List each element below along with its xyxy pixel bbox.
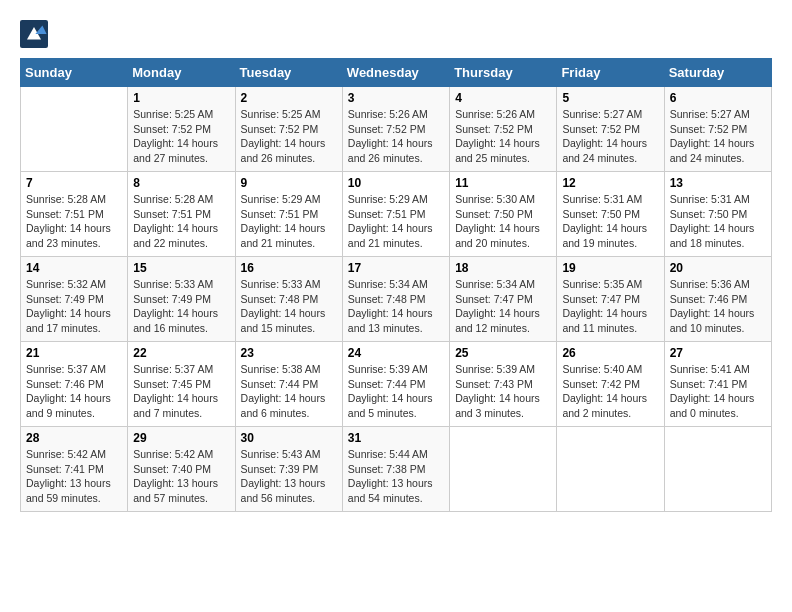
day-number: 22 — [133, 346, 229, 360]
calendar-week-row: 1Sunrise: 5:25 AM Sunset: 7:52 PM Daylig… — [21, 87, 772, 172]
day-info: Sunrise: 5:31 AM Sunset: 7:50 PM Dayligh… — [562, 192, 658, 251]
logo — [20, 20, 50, 48]
day-number: 5 — [562, 91, 658, 105]
calendar-cell — [450, 427, 557, 512]
weekday-header-tuesday: Tuesday — [235, 59, 342, 87]
calendar-cell — [21, 87, 128, 172]
day-number: 16 — [241, 261, 337, 275]
weekday-header-sunday: Sunday — [21, 59, 128, 87]
calendar-cell: 11Sunrise: 5:30 AM Sunset: 7:50 PM Dayli… — [450, 172, 557, 257]
day-info: Sunrise: 5:42 AM Sunset: 7:40 PM Dayligh… — [133, 447, 229, 506]
day-info: Sunrise: 5:27 AM Sunset: 7:52 PM Dayligh… — [562, 107, 658, 166]
calendar-cell: 22Sunrise: 5:37 AM Sunset: 7:45 PM Dayli… — [128, 342, 235, 427]
calendar-cell: 4Sunrise: 5:26 AM Sunset: 7:52 PM Daylig… — [450, 87, 557, 172]
calendar-cell: 3Sunrise: 5:26 AM Sunset: 7:52 PM Daylig… — [342, 87, 449, 172]
day-info: Sunrise: 5:29 AM Sunset: 7:51 PM Dayligh… — [241, 192, 337, 251]
calendar-cell: 15Sunrise: 5:33 AM Sunset: 7:49 PM Dayli… — [128, 257, 235, 342]
day-number: 11 — [455, 176, 551, 190]
day-info: Sunrise: 5:38 AM Sunset: 7:44 PM Dayligh… — [241, 362, 337, 421]
day-info: Sunrise: 5:37 AM Sunset: 7:46 PM Dayligh… — [26, 362, 122, 421]
day-number: 23 — [241, 346, 337, 360]
calendar-cell: 18Sunrise: 5:34 AM Sunset: 7:47 PM Dayli… — [450, 257, 557, 342]
day-number: 27 — [670, 346, 766, 360]
day-number: 8 — [133, 176, 229, 190]
calendar-cell: 6Sunrise: 5:27 AM Sunset: 7:52 PM Daylig… — [664, 87, 771, 172]
day-info: Sunrise: 5:43 AM Sunset: 7:39 PM Dayligh… — [241, 447, 337, 506]
day-info: Sunrise: 5:31 AM Sunset: 7:50 PM Dayligh… — [670, 192, 766, 251]
calendar-cell: 8Sunrise: 5:28 AM Sunset: 7:51 PM Daylig… — [128, 172, 235, 257]
calendar-cell: 10Sunrise: 5:29 AM Sunset: 7:51 PM Dayli… — [342, 172, 449, 257]
calendar-cell: 26Sunrise: 5:40 AM Sunset: 7:42 PM Dayli… — [557, 342, 664, 427]
day-info: Sunrise: 5:33 AM Sunset: 7:49 PM Dayligh… — [133, 277, 229, 336]
day-number: 20 — [670, 261, 766, 275]
day-number: 9 — [241, 176, 337, 190]
day-info: Sunrise: 5:36 AM Sunset: 7:46 PM Dayligh… — [670, 277, 766, 336]
calendar-cell: 12Sunrise: 5:31 AM Sunset: 7:50 PM Dayli… — [557, 172, 664, 257]
day-info: Sunrise: 5:40 AM Sunset: 7:42 PM Dayligh… — [562, 362, 658, 421]
calendar-week-row: 21Sunrise: 5:37 AM Sunset: 7:46 PM Dayli… — [21, 342, 772, 427]
weekday-header-monday: Monday — [128, 59, 235, 87]
day-number: 17 — [348, 261, 444, 275]
page-header — [20, 20, 772, 48]
day-info: Sunrise: 5:42 AM Sunset: 7:41 PM Dayligh… — [26, 447, 122, 506]
day-info: Sunrise: 5:28 AM Sunset: 7:51 PM Dayligh… — [133, 192, 229, 251]
day-number: 18 — [455, 261, 551, 275]
day-number: 29 — [133, 431, 229, 445]
day-number: 1 — [133, 91, 229, 105]
day-number: 14 — [26, 261, 122, 275]
calendar-cell: 5Sunrise: 5:27 AM Sunset: 7:52 PM Daylig… — [557, 87, 664, 172]
day-info: Sunrise: 5:30 AM Sunset: 7:50 PM Dayligh… — [455, 192, 551, 251]
day-info: Sunrise: 5:25 AM Sunset: 7:52 PM Dayligh… — [241, 107, 337, 166]
day-info: Sunrise: 5:26 AM Sunset: 7:52 PM Dayligh… — [348, 107, 444, 166]
day-number: 24 — [348, 346, 444, 360]
day-number: 25 — [455, 346, 551, 360]
day-info: Sunrise: 5:39 AM Sunset: 7:44 PM Dayligh… — [348, 362, 444, 421]
calendar-cell: 27Sunrise: 5:41 AM Sunset: 7:41 PM Dayli… — [664, 342, 771, 427]
weekday-header-row: SundayMondayTuesdayWednesdayThursdayFrid… — [21, 59, 772, 87]
day-info: Sunrise: 5:39 AM Sunset: 7:43 PM Dayligh… — [455, 362, 551, 421]
calendar-cell: 31Sunrise: 5:44 AM Sunset: 7:38 PM Dayli… — [342, 427, 449, 512]
day-info: Sunrise: 5:29 AM Sunset: 7:51 PM Dayligh… — [348, 192, 444, 251]
calendar-cell: 7Sunrise: 5:28 AM Sunset: 7:51 PM Daylig… — [21, 172, 128, 257]
day-info: Sunrise: 5:28 AM Sunset: 7:51 PM Dayligh… — [26, 192, 122, 251]
day-number: 13 — [670, 176, 766, 190]
day-info: Sunrise: 5:35 AM Sunset: 7:47 PM Dayligh… — [562, 277, 658, 336]
day-number: 6 — [670, 91, 766, 105]
calendar-cell: 14Sunrise: 5:32 AM Sunset: 7:49 PM Dayli… — [21, 257, 128, 342]
day-info: Sunrise: 5:41 AM Sunset: 7:41 PM Dayligh… — [670, 362, 766, 421]
calendar-cell — [664, 427, 771, 512]
day-number: 15 — [133, 261, 229, 275]
calendar-week-row: 28Sunrise: 5:42 AM Sunset: 7:41 PM Dayli… — [21, 427, 772, 512]
calendar-cell: 19Sunrise: 5:35 AM Sunset: 7:47 PM Dayli… — [557, 257, 664, 342]
day-info: Sunrise: 5:26 AM Sunset: 7:52 PM Dayligh… — [455, 107, 551, 166]
calendar-cell: 1Sunrise: 5:25 AM Sunset: 7:52 PM Daylig… — [128, 87, 235, 172]
calendar-week-row: 14Sunrise: 5:32 AM Sunset: 7:49 PM Dayli… — [21, 257, 772, 342]
day-info: Sunrise: 5:25 AM Sunset: 7:52 PM Dayligh… — [133, 107, 229, 166]
calendar-table: SundayMondayTuesdayWednesdayThursdayFrid… — [20, 58, 772, 512]
day-number: 26 — [562, 346, 658, 360]
day-info: Sunrise: 5:34 AM Sunset: 7:47 PM Dayligh… — [455, 277, 551, 336]
day-number: 10 — [348, 176, 444, 190]
calendar-cell: 25Sunrise: 5:39 AM Sunset: 7:43 PM Dayli… — [450, 342, 557, 427]
calendar-cell — [557, 427, 664, 512]
calendar-cell: 29Sunrise: 5:42 AM Sunset: 7:40 PM Dayli… — [128, 427, 235, 512]
calendar-cell: 21Sunrise: 5:37 AM Sunset: 7:46 PM Dayli… — [21, 342, 128, 427]
calendar-cell: 20Sunrise: 5:36 AM Sunset: 7:46 PM Dayli… — [664, 257, 771, 342]
weekday-header-wednesday: Wednesday — [342, 59, 449, 87]
day-number: 12 — [562, 176, 658, 190]
calendar-cell: 13Sunrise: 5:31 AM Sunset: 7:50 PM Dayli… — [664, 172, 771, 257]
weekday-header-saturday: Saturday — [664, 59, 771, 87]
day-number: 31 — [348, 431, 444, 445]
calendar-cell: 24Sunrise: 5:39 AM Sunset: 7:44 PM Dayli… — [342, 342, 449, 427]
logo-icon — [20, 20, 48, 48]
calendar-cell: 17Sunrise: 5:34 AM Sunset: 7:48 PM Dayli… — [342, 257, 449, 342]
day-number: 21 — [26, 346, 122, 360]
calendar-week-row: 7Sunrise: 5:28 AM Sunset: 7:51 PM Daylig… — [21, 172, 772, 257]
calendar-cell: 2Sunrise: 5:25 AM Sunset: 7:52 PM Daylig… — [235, 87, 342, 172]
day-number: 28 — [26, 431, 122, 445]
day-info: Sunrise: 5:34 AM Sunset: 7:48 PM Dayligh… — [348, 277, 444, 336]
day-info: Sunrise: 5:37 AM Sunset: 7:45 PM Dayligh… — [133, 362, 229, 421]
day-info: Sunrise: 5:32 AM Sunset: 7:49 PM Dayligh… — [26, 277, 122, 336]
calendar-cell: 28Sunrise: 5:42 AM Sunset: 7:41 PM Dayli… — [21, 427, 128, 512]
calendar-cell: 16Sunrise: 5:33 AM Sunset: 7:48 PM Dayli… — [235, 257, 342, 342]
